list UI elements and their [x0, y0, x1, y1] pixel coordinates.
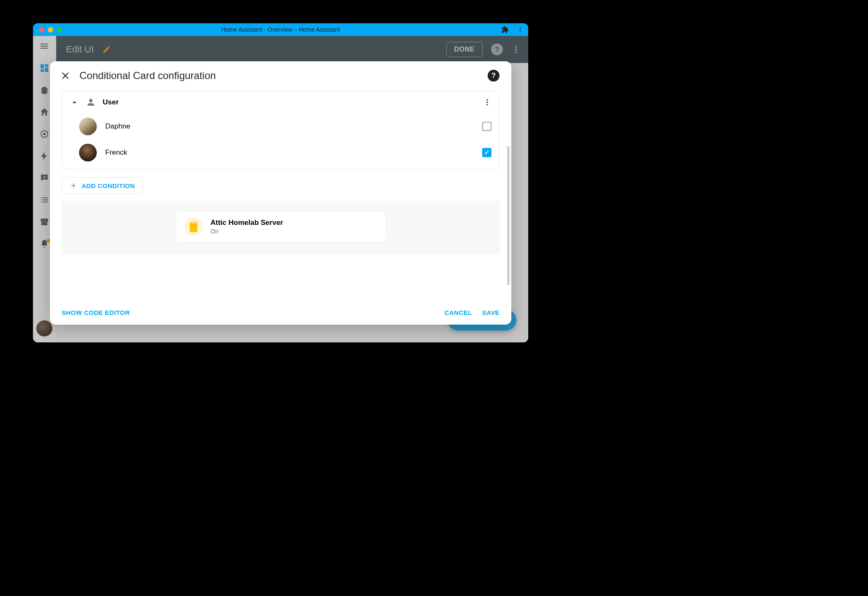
- user-row[interactable]: Frenck: [62, 139, 499, 169]
- condition-type-label: User: [103, 98, 119, 107]
- condition-card: User Daphne Frenck: [62, 91, 500, 170]
- cancel-button[interactable]: CANCEL: [445, 309, 472, 316]
- entity-preview-card[interactable]: Attic Homelab Server On: [175, 211, 386, 242]
- scrollbar[interactable]: [507, 146, 510, 285]
- svg-point-0: [520, 27, 521, 28]
- dialog-help-icon[interactable]: ?: [488, 70, 500, 82]
- save-button[interactable]: SAVE: [482, 309, 500, 316]
- extensions-icon[interactable]: [501, 26, 509, 33]
- user-checkbox[interactable]: [482, 148, 491, 157]
- card-preview: Attic Homelab Server On: [62, 201, 500, 254]
- svg-point-9: [486, 99, 488, 101]
- card-config-dialog: Conditional Card configuration ? User: [50, 61, 511, 325]
- app-window: Home Assistant - Overview – Home Assista…: [33, 23, 528, 342]
- window-title: Home Assistant - Overview – Home Assista…: [33, 26, 528, 33]
- entity-state: On: [210, 228, 283, 235]
- avatar: [79, 118, 97, 135]
- svg-point-1: [520, 29, 521, 30]
- avatar: [79, 144, 97, 161]
- user-checkbox[interactable]: [482, 122, 491, 131]
- browser-menu-icon[interactable]: [516, 26, 524, 33]
- svg-point-2: [520, 31, 521, 33]
- window-titlebar: Home Assistant - Overview – Home Assista…: [33, 23, 528, 36]
- add-condition-button[interactable]: ADD CONDITION: [62, 177, 143, 194]
- dialog-title: Conditional Card configuration: [79, 70, 216, 82]
- close-icon[interactable]: [61, 71, 71, 81]
- entity-name: Attic Homelab Server: [210, 219, 283, 227]
- user-row[interactable]: Daphne: [62, 113, 499, 139]
- user-name: Daphne: [105, 122, 131, 131]
- server-icon: [184, 217, 203, 236]
- svg-point-10: [486, 101, 488, 103]
- svg-point-11: [486, 104, 488, 105]
- show-code-editor-button[interactable]: SHOW CODE EDITOR: [62, 309, 130, 316]
- person-icon: [86, 97, 96, 107]
- add-condition-label: ADD CONDITION: [82, 182, 135, 189]
- chevron-up-icon[interactable]: [70, 98, 79, 107]
- user-name: Frenck: [105, 148, 127, 157]
- condition-more-icon[interactable]: [483, 98, 491, 107]
